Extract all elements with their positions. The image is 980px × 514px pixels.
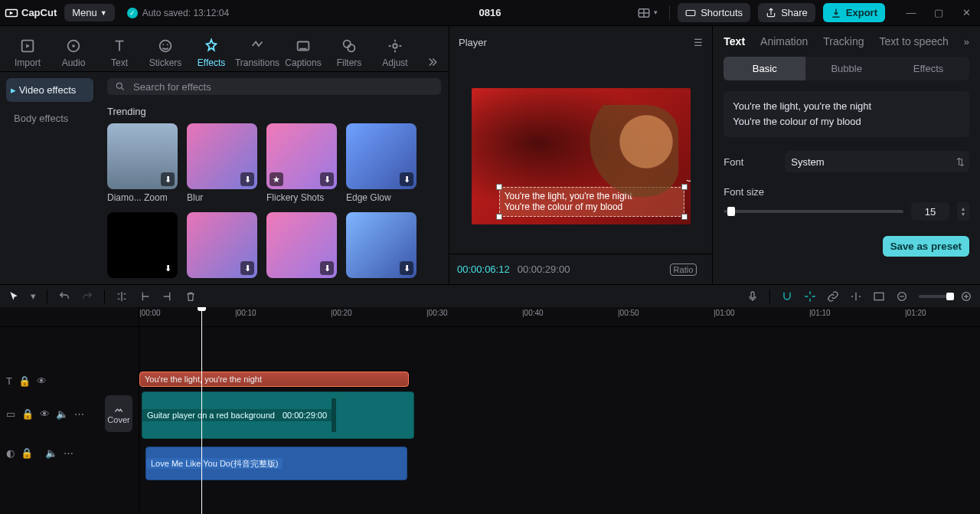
search-icon: [115, 81, 126, 92]
pointer-tool-icon[interactable]: [8, 290, 20, 303]
playhead[interactable]: [201, 307, 202, 514]
delete-icon[interactable]: [185, 290, 197, 303]
media-tab-stickers[interactable]: Stickers: [142, 34, 188, 71]
visibility-icon[interactable]: 👁: [37, 375, 47, 387]
effect-card[interactable]: ⬇★Flickery Shots: [266, 123, 337, 203]
media-tab-transitions[interactable]: Transitions: [234, 34, 280, 71]
effect-card[interactable]: ⬇: [266, 212, 337, 278]
font-size-value[interactable]: 15: [911, 202, 949, 221]
lock-icon[interactable]: 🔒: [21, 408, 34, 420]
media-tab-adjust[interactable]: Adjust: [372, 34, 418, 71]
effect-card[interactable]: ⬇Blur: [187, 123, 257, 203]
video-clip[interactable]: Guitar player on a red background 00:00:…: [142, 391, 414, 439]
record-audio-icon[interactable]: [746, 290, 759, 303]
sidenav-item-body-effects[interactable]: Body effects: [6, 106, 93, 130]
subtab-basic[interactable]: Basic: [724, 57, 805, 80]
svg-point-6: [160, 41, 172, 52]
media-tab-import[interactable]: Import: [5, 34, 51, 71]
timeline-ruler[interactable]: |00:00|00:10|00:20|00:30|00:40|00:50|01:…: [139, 307, 980, 327]
player-transport: 00:00:06:12 00:00:29:00 Ratio: [449, 254, 712, 284]
svg-point-7: [162, 44, 164, 45]
link-icon[interactable]: [827, 290, 839, 303]
more-icon[interactable]: ⋯: [74, 408, 84, 420]
share-button[interactable]: Share: [758, 3, 815, 22]
expand-tabs-button[interactable]: [418, 55, 444, 71]
font-size-slider[interactable]: [724, 210, 903, 213]
video-track-icon: ▭: [6, 408, 15, 420]
timeline-tracks[interactable]: |00:00|00:10|00:20|00:30|00:40|00:50|01:…: [139, 307, 980, 514]
text-track-header: T 🔒 👁: [0, 372, 139, 390]
inspector-tab-tracking[interactable]: Tracking: [823, 35, 864, 47]
text-overlay[interactable]: ⤻ You're the light, you're the night You…: [499, 187, 684, 217]
preview-canvas[interactable]: ⤻ You're the light, you're the night You…: [472, 88, 691, 224]
magnet-main-icon[interactable]: [781, 290, 793, 303]
font-size-stepper[interactable]: ▲▼: [957, 202, 969, 221]
effects-search[interactable]: [107, 78, 441, 95]
media-tab-filters[interactable]: Filters: [326, 34, 372, 71]
effect-card[interactable]: ⬇Edge Glow: [346, 123, 416, 203]
shortcuts-button[interactable]: Shortcuts: [678, 3, 750, 22]
ruler-tick: |00:30: [426, 309, 448, 317]
sidenav-item-video-effects[interactable]: Video effects: [6, 78, 93, 102]
cover-button[interactable]: Cover: [105, 395, 132, 432]
inspector-tab-text[interactable]: Text: [724, 35, 745, 47]
trim-left-icon[interactable]: [139, 290, 151, 303]
media-tab-audio[interactable]: Audio: [51, 34, 96, 71]
media-tab-captions[interactable]: Captions: [280, 34, 326, 71]
ratio-button[interactable]: Ratio: [670, 264, 697, 276]
lock-icon[interactable]: 🔒: [21, 447, 33, 459]
pointer-dropdown-icon[interactable]: ▾: [31, 290, 36, 302]
effect-card[interactable]: ⬇: [346, 212, 416, 278]
preview-axis-icon[interactable]: [850, 290, 862, 303]
track-layout-icon[interactable]: [873, 290, 885, 303]
effects-grid: ⬇Diamo... Zoom⬇Blur⬇★Flickery Shots⬇Edge…: [107, 123, 441, 278]
visibility-icon[interactable]: 👁: [40, 408, 50, 420]
minimize-button[interactable]: —: [902, 7, 920, 18]
ruler-tick: |01:10: [809, 309, 831, 317]
auto-snap-icon[interactable]: [804, 290, 816, 303]
undo-icon[interactable]: [58, 290, 70, 303]
subtab-bubble[interactable]: Bubble: [805, 57, 887, 80]
player-title: Player: [459, 37, 487, 48]
zoom-in-icon[interactable]: [960, 290, 972, 303]
effects-sidenav: Video effectsBody effects: [0, 72, 100, 284]
export-button[interactable]: Export: [823, 3, 885, 22]
inspector-expand-icon[interactable]: »: [964, 36, 969, 47]
maximize-button[interactable]: ▢: [929, 7, 948, 18]
effect-card[interactable]: ⬇: [187, 212, 257, 278]
media-tab-text[interactable]: Text: [96, 34, 142, 71]
split-icon[interactable]: [116, 290, 128, 303]
audio-clip[interactable]: Love Me Like You Do(抖音完整版): [145, 447, 407, 480]
effects-search-input[interactable]: [132, 80, 433, 93]
player-menu-icon[interactable]: ☰: [694, 37, 703, 48]
zoom-out-icon[interactable]: [896, 290, 908, 303]
media-panel: ImportAudioTextStickersEffectsTransition…: [0, 26, 449, 284]
mute-icon[interactable]: 🔈: [45, 447, 57, 459]
redo-icon[interactable]: [81, 290, 93, 303]
subtab-effects[interactable]: Effects: [887, 57, 969, 80]
text-content-input[interactable]: You're the light, you're the night You'r…: [724, 91, 969, 137]
inspector-tab-animation[interactable]: Animation: [760, 35, 808, 47]
svg-point-13: [116, 83, 122, 88]
autosave-status: ✓ Auto saved: 13:12:04: [127, 8, 229, 18]
menu-button[interactable]: Menu▼: [64, 4, 114, 21]
layout-button[interactable]: ▼: [637, 6, 658, 20]
inspector-tab-text-to-speech[interactable]: Text to speech: [879, 35, 948, 47]
media-tab-effects[interactable]: Effects: [188, 34, 234, 71]
effect-card[interactable]: ⬇: [107, 212, 178, 278]
trim-right-icon[interactable]: [162, 290, 174, 303]
timeline-toolbar: ▾: [0, 284, 980, 307]
text-clip[interactable]: You're the light, you're the night: [139, 372, 409, 387]
timeline-track-headers: T 🔒 👁 ▭ 🔒 👁 🔈 ⋯ Cover ◐ 🔒 🔈 ⋯: [0, 307, 139, 514]
more-icon[interactable]: ⋯: [64, 447, 74, 459]
ruler-tick: |01:00: [714, 309, 735, 317]
media-tabs: ImportAudioTextStickersEffectsTransition…: [0, 26, 449, 72]
zoom-slider[interactable]: [919, 295, 949, 298]
ruler-tick: |00:40: [522, 309, 544, 317]
save-preset-button[interactable]: Save as preset: [883, 236, 969, 257]
font-select[interactable]: System ⇅: [785, 151, 969, 172]
effect-card[interactable]: ⬇Diamo... Zoom: [107, 123, 178, 203]
close-button[interactable]: ✕: [957, 7, 975, 18]
mute-icon[interactable]: 🔈: [56, 408, 68, 420]
lock-icon[interactable]: 🔒: [18, 375, 31, 387]
